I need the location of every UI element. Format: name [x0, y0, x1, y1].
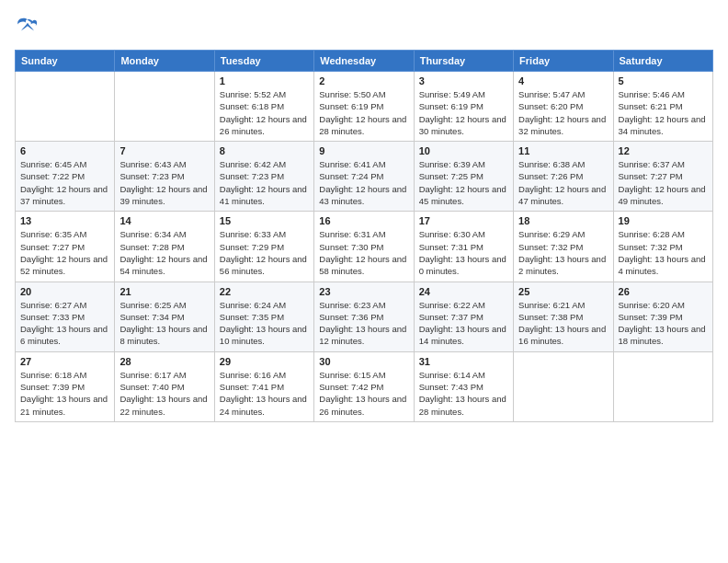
cell-content: Sunrise: 6:30 AMSunset: 7:31 PMDaylight:…: [419, 228, 508, 277]
cell-line: Daylight: 13 hours and 8 minutes.: [119, 324, 207, 346]
cell-line: Daylight: 12 hours and 26 minutes.: [220, 114, 307, 136]
cell-content: Sunrise: 6:34 AMSunset: 7:28 PMDaylight:…: [119, 228, 209, 277]
day-number: 1: [220, 75, 309, 86]
cell-line: Daylight: 13 hours and 22 minutes.: [119, 394, 207, 416]
calendar-cell: 8Sunrise: 6:42 AMSunset: 7:23 PMDaylight…: [214, 142, 313, 212]
calendar-cell: 26Sunrise: 6:20 AMSunset: 7:39 PMDayligh…: [613, 282, 712, 351]
day-number: 20: [20, 286, 109, 297]
day-number: 25: [518, 286, 608, 297]
calendar-cell: 10Sunrise: 6:39 AMSunset: 7:25 PMDayligh…: [414, 142, 513, 212]
cell-line: Sunset: 6:18 PM: [220, 101, 284, 111]
calendar-cell: [514, 351, 613, 421]
cell-content: Sunrise: 6:38 AMSunset: 7:26 PMDaylight:…: [518, 158, 608, 207]
cell-line: Sunrise: 6:39 AM: [419, 159, 485, 169]
logo-icon: [15, 15, 40, 40]
day-number: 22: [220, 286, 309, 297]
cell-line: Sunset: 7:29 PM: [220, 242, 284, 252]
cell-content: Sunrise: 6:39 AMSunset: 7:25 PMDaylight:…: [419, 158, 508, 207]
cell-content: Sunrise: 5:46 AMSunset: 6:21 PMDaylight:…: [619, 88, 708, 137]
cell-line: Sunrise: 6:20 AM: [619, 300, 685, 310]
cell-line: Sunrise: 5:52 AM: [220, 89, 286, 99]
cell-content: Sunrise: 6:41 AMSunset: 7:24 PMDaylight:…: [319, 158, 408, 207]
cell-content: Sunrise: 5:52 AMSunset: 6:18 PMDaylight:…: [220, 88, 309, 137]
cell-content: Sunrise: 6:15 AMSunset: 7:42 PMDaylight:…: [319, 369, 408, 418]
day-number: 18: [518, 215, 608, 226]
cell-content: Sunrise: 6:16 AMSunset: 7:41 PMDaylight:…: [220, 369, 309, 418]
calendar-cell: 6Sunrise: 6:45 AMSunset: 7:22 PMDaylight…: [16, 142, 115, 212]
cell-line: Daylight: 13 hours and 0 minutes.: [419, 254, 506, 276]
cell-line: Sunrise: 6:16 AM: [220, 370, 286, 380]
cell-line: Sunset: 7:40 PM: [119, 382, 184, 392]
day-number: 13: [20, 215, 109, 226]
cell-line: Daylight: 12 hours and 34 minutes.: [619, 114, 706, 136]
header-friday: Friday: [514, 51, 613, 72]
day-number: 2: [319, 75, 408, 86]
cell-content: Sunrise: 6:31 AMSunset: 7:30 PMDaylight:…: [319, 228, 408, 277]
calendar-week-row: 13Sunrise: 6:35 AMSunset: 7:27 PMDayligh…: [16, 212, 713, 282]
cell-line: Daylight: 13 hours and 26 minutes.: [319, 394, 406, 416]
cell-line: Daylight: 13 hours and 6 minutes.: [20, 324, 108, 346]
day-number: 11: [518, 145, 608, 156]
day-number: 12: [619, 145, 708, 156]
day-number: 6: [20, 145, 109, 156]
cell-line: Sunset: 7:32 PM: [619, 242, 683, 252]
cell-content: Sunrise: 5:49 AMSunset: 6:19 PMDaylight:…: [419, 88, 508, 137]
cell-content: Sunrise: 6:28 AMSunset: 7:32 PMDaylight:…: [619, 228, 708, 277]
cell-line: Sunset: 7:37 PM: [419, 312, 483, 322]
cell-line: Sunrise: 6:15 AM: [319, 370, 385, 380]
cell-line: Daylight: 12 hours and 47 minutes.: [518, 184, 606, 206]
calendar-cell: 18Sunrise: 6:29 AMSunset: 7:32 PMDayligh…: [514, 212, 613, 282]
cell-line: Sunset: 7:22 PM: [20, 171, 85, 181]
calendar-cell: 29Sunrise: 6:16 AMSunset: 7:41 PMDayligh…: [214, 351, 313, 421]
cell-content: Sunrise: 6:35 AMSunset: 7:27 PMDaylight:…: [20, 228, 109, 277]
calendar-cell: 5Sunrise: 5:46 AMSunset: 6:21 PMDaylight…: [613, 72, 712, 142]
cell-line: Sunset: 7:34 PM: [119, 312, 184, 322]
cell-line: Daylight: 12 hours and 30 minutes.: [419, 114, 506, 136]
day-number: 30: [319, 356, 408, 367]
cell-line: Sunset: 7:27 PM: [20, 242, 85, 252]
day-number: 7: [119, 145, 209, 156]
day-number: 19: [619, 215, 708, 226]
cell-content: Sunrise: 6:43 AMSunset: 7:23 PMDaylight:…: [119, 158, 209, 207]
cell-line: Sunset: 6:19 PM: [319, 101, 383, 111]
cell-line: Sunrise: 6:45 AM: [20, 159, 86, 169]
cell-line: Daylight: 13 hours and 18 minutes.: [619, 324, 706, 346]
cell-line: Sunrise: 6:42 AM: [220, 159, 286, 169]
day-number: 31: [419, 356, 508, 367]
cell-line: Daylight: 12 hours and 39 minutes.: [119, 184, 207, 206]
day-number: 9: [319, 145, 408, 156]
calendar-cell: 9Sunrise: 6:41 AMSunset: 7:24 PMDaylight…: [314, 142, 414, 212]
cell-line: Daylight: 12 hours and 49 minutes.: [619, 184, 706, 206]
cell-line: Sunrise: 6:22 AM: [419, 300, 485, 310]
cell-line: Daylight: 12 hours and 43 minutes.: [319, 184, 406, 206]
cell-line: Sunrise: 6:43 AM: [119, 159, 186, 169]
calendar-cell: 14Sunrise: 6:34 AMSunset: 7:28 PMDayligh…: [115, 212, 214, 282]
day-number: 24: [419, 286, 508, 297]
cell-line: Sunrise: 6:23 AM: [319, 300, 385, 310]
cell-line: Sunrise: 5:46 AM: [619, 89, 685, 99]
cell-content: Sunrise: 6:42 AMSunset: 7:23 PMDaylight:…: [220, 158, 309, 207]
cell-line: Sunrise: 6:14 AM: [419, 370, 485, 380]
cell-line: Daylight: 12 hours and 54 minutes.: [119, 254, 207, 276]
calendar-cell: 13Sunrise: 6:35 AMSunset: 7:27 PMDayligh…: [16, 212, 115, 282]
calendar-cell: 25Sunrise: 6:21 AMSunset: 7:38 PMDayligh…: [514, 282, 613, 351]
cell-line: Daylight: 12 hours and 32 minutes.: [518, 114, 606, 136]
cell-line: Sunrise: 6:35 AM: [20, 229, 86, 239]
cell-content: Sunrise: 5:50 AMSunset: 6:19 PMDaylight:…: [319, 88, 408, 137]
cell-line: Daylight: 13 hours and 2 minutes.: [518, 254, 606, 276]
cell-line: Sunrise: 6:29 AM: [518, 229, 585, 239]
cell-line: Sunrise: 6:17 AM: [119, 370, 186, 380]
calendar-cell: 20Sunrise: 6:27 AMSunset: 7:33 PMDayligh…: [16, 282, 115, 351]
calendar-cell: [613, 351, 712, 421]
page-header: [15, 15, 713, 40]
day-number: 8: [220, 145, 309, 156]
header-sunday: Sunday: [16, 51, 115, 72]
calendar-week-row: 27Sunrise: 6:18 AMSunset: 7:39 PMDayligh…: [16, 351, 713, 421]
cell-content: Sunrise: 6:29 AMSunset: 7:32 PMDaylight:…: [518, 228, 608, 277]
cell-line: Daylight: 13 hours and 21 minutes.: [20, 394, 108, 416]
cell-line: Sunrise: 6:28 AM: [619, 229, 685, 239]
calendar-cell: 30Sunrise: 6:15 AMSunset: 7:42 PMDayligh…: [314, 351, 414, 421]
cell-content: Sunrise: 6:22 AMSunset: 7:37 PMDaylight:…: [419, 299, 508, 348]
day-number: 27: [20, 356, 109, 367]
calendar-cell: 2Sunrise: 5:50 AMSunset: 6:19 PMDaylight…: [314, 72, 414, 142]
